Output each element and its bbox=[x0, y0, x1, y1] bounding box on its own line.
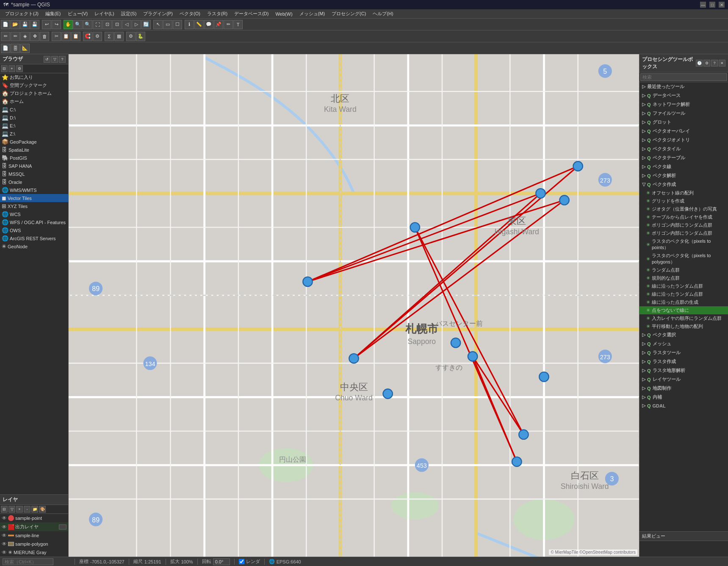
menu-view[interactable]: ビュー(V) bbox=[64, 10, 91, 18]
rp-item-grid[interactable]: ✳ グリッドを作成 bbox=[639, 197, 728, 205]
browser-item-wfs[interactable]: 🌐 WFS / OGC API - Features bbox=[0, 218, 68, 226]
tb-select[interactable]: ↖ bbox=[153, 20, 163, 29]
rp-section-gdal[interactable]: ▷ Q GDAL bbox=[639, 402, 728, 410]
rp-item-random-pts[interactable]: ✳ ランダム点群 bbox=[639, 266, 728, 274]
tb-undo[interactable]: ↩ bbox=[42, 20, 51, 29]
menu-layer[interactable]: レイヤ(L) bbox=[91, 10, 117, 18]
processing-search-input[interactable] bbox=[640, 73, 727, 81]
rp-item-random-polygon2[interactable]: ✳ ポリゴン内部にランダム点群 bbox=[639, 229, 728, 237]
rp-section-rterrain[interactable]: ▷ Q ラスタ地形解析 bbox=[639, 366, 728, 375]
layers-add-btn[interactable]: + bbox=[16, 506, 23, 513]
rp-recent-btn[interactable]: 🕐 bbox=[696, 60, 703, 67]
tb2-move[interactable]: ✥ bbox=[30, 32, 39, 41]
browser-item-spatialite[interactable]: 🗄 SpatiaLite bbox=[0, 146, 68, 154]
layers-remove-btn[interactable]: - bbox=[24, 506, 30, 513]
rp-item-offset-line[interactable]: ✳ オフセット線の配列 bbox=[639, 189, 728, 197]
rp-settings-btn[interactable]: ⚙ bbox=[703, 60, 710, 67]
browser-help-btn[interactable]: ? bbox=[59, 56, 66, 63]
browser-filter-btn[interactable]: ▽ bbox=[51, 56, 58, 63]
menu-mesh[interactable]: メッシュ(M) bbox=[296, 10, 329, 18]
tb2-delete[interactable]: 🗑 bbox=[40, 32, 49, 41]
maximize-button[interactable]: □ bbox=[709, 2, 715, 8]
tb2-snapping[interactable]: 🧲 bbox=[83, 32, 92, 41]
rp-section-recent[interactable]: ▷ 最近使ったツール bbox=[639, 82, 728, 91]
layers-theme-btn[interactable]: 🎨 bbox=[39, 506, 46, 513]
layer-eye-output-icon[interactable]: 👁 bbox=[2, 524, 7, 530]
menu-settings[interactable]: 設定(S) bbox=[118, 10, 140, 18]
rp-item-pts-to-line[interactable]: ✳ 点をつないで線に bbox=[639, 306, 728, 314]
rotation-input[interactable] bbox=[213, 558, 230, 565]
tb-deselect[interactable]: ☐ bbox=[173, 20, 182, 29]
browser-item-geonode[interactable]: ✳ GeoNode bbox=[0, 242, 68, 250]
tb-refresh[interactable]: 🔄 bbox=[141, 20, 151, 29]
browser-item-wms[interactable]: 🌐 WMS/WMTS bbox=[0, 186, 68, 194]
rp-section-mesh[interactable]: ▷ Q メッシュ bbox=[639, 339, 728, 348]
tb2-python[interactable]: 🐍 bbox=[136, 32, 145, 41]
rp-item-random-order[interactable]: ✳ 入力レイヤの順序にランダム点群 bbox=[639, 314, 728, 322]
tb2-node[interactable]: ◈ bbox=[20, 32, 30, 41]
tb-label[interactable]: T bbox=[233, 20, 243, 29]
rp-close-btn[interactable]: ✕ bbox=[719, 60, 725, 67]
tb-zoom-full[interactable]: ⛶ bbox=[93, 20, 102, 29]
layer-item-sample-polygon[interactable]: 👁 sample-polygon bbox=[0, 540, 68, 548]
tb3-db[interactable]: 🗄 bbox=[11, 44, 20, 53]
tb2-cut[interactable]: ✂ bbox=[52, 32, 61, 41]
browser-item-xyz[interactable]: ⊞ XYZ Tiles bbox=[0, 202, 68, 210]
render-checkbox[interactable] bbox=[239, 559, 244, 564]
bottom-search-input[interactable] bbox=[3, 558, 53, 565]
tb-spatial-bookmark[interactable]: 📌 bbox=[214, 20, 223, 29]
rp-section-overlay[interactable]: ▷ Q ベクタオーバレイ bbox=[639, 127, 728, 136]
map-area[interactable]: 北区 Kita Ward 東区 Higashi Ward 札幌市 Sapporo… bbox=[69, 54, 639, 557]
menu-plugins[interactable]: プラグイン(P) bbox=[140, 10, 176, 18]
browser-add-btn[interactable]: + bbox=[8, 65, 15, 72]
menu-edit[interactable]: 編集(E) bbox=[42, 10, 64, 18]
menu-processing[interactable]: プロセシング(C) bbox=[328, 10, 369, 18]
tb3-georef[interactable]: 📐 bbox=[20, 44, 30, 53]
tb-new[interactable]: 📄 bbox=[1, 20, 10, 29]
tb-pan[interactable]: ✋ bbox=[64, 20, 73, 29]
rp-item-parallel[interactable]: ✳ 平行移動した地物の配列 bbox=[639, 322, 728, 330]
rp-section-vcreate[interactable]: ▽ Q ベクタ作成 bbox=[639, 180, 728, 189]
layer-item-mierune[interactable]: 👁 ✳ MIERUNE Gray bbox=[0, 548, 68, 557]
rp-item-regular-pts[interactable]: ✳ 規則的な点群 bbox=[639, 274, 728, 282]
rp-item-random-polygon1[interactable]: ✳ ポリゴン内部にランダム点群 bbox=[639, 221, 728, 229]
tb-zoom-sel[interactable]: ⊡ bbox=[112, 20, 122, 29]
tb-zoom-layer[interactable]: ⊡ bbox=[102, 20, 112, 29]
rp-item-raster-to-polygons[interactable]: ✳ ラスタのベクタ化（pixels to polygons） bbox=[639, 252, 728, 266]
menu-help[interactable]: ヘルプ(H) bbox=[369, 10, 396, 18]
tb2-digitize[interactable]: ✏ bbox=[1, 32, 10, 41]
rp-section-rtools[interactable]: ▷ Q ラスタツール bbox=[639, 348, 728, 357]
rp-section-interpolation[interactable]: ▷ Q 内補 bbox=[639, 393, 728, 402]
tb-redo[interactable]: ↪ bbox=[52, 20, 61, 29]
menu-raster[interactable]: ラスタ(R) bbox=[204, 10, 231, 18]
browser-item-e[interactable]: 💻 E:\ bbox=[0, 122, 68, 130]
tb-zoom-prev[interactable]: ◁ bbox=[122, 20, 131, 29]
rp-section-vtile[interactable]: ▷ Q ベクタタイル bbox=[639, 144, 728, 153]
layer-eye-icon[interactable]: 👁 bbox=[2, 515, 7, 521]
tb2-processing[interactable]: ⚙ bbox=[126, 32, 136, 41]
tb2-copy[interactable]: 📋 bbox=[61, 32, 71, 41]
rp-section-layertools[interactable]: ▷ Q レイヤツール bbox=[639, 375, 728, 384]
tb-zoom-in[interactable]: 🔍 bbox=[73, 20, 83, 29]
tb2-paste[interactable]: 📋 bbox=[71, 32, 80, 41]
rp-section-geometry[interactable]: ▷ Q ベクタジオメトリ bbox=[639, 136, 728, 144]
rp-item-raster-to-points[interactable]: ✳ ラスタのベクタ化（pixels to points） bbox=[639, 237, 728, 252]
minimize-button[interactable]: — bbox=[700, 2, 706, 8]
rp-section-network[interactable]: ▷ Q ネットワーク解析 bbox=[639, 100, 728, 109]
browser-item-project-home[interactable]: 🏠 プロジェクトホーム bbox=[0, 89, 68, 97]
rp-section-rcreate[interactable]: ▷ Q ラスタ作成 bbox=[639, 357, 728, 366]
tb-save-as[interactable]: 💾 bbox=[30, 20, 39, 29]
menu-web[interactable]: Web(W) bbox=[272, 11, 296, 17]
browser-item-bookmarks[interactable]: 🔖 空間ブックマーク bbox=[0, 81, 68, 89]
browser-item-favorites[interactable]: ⭐ お気に入り bbox=[0, 73, 68, 81]
rp-section-vanalysis[interactable]: ▷ Q ベクタ解析 bbox=[639, 171, 728, 180]
rp-section-vselect[interactable]: ▷ Q ベクタ選択 bbox=[639, 330, 728, 339]
browser-item-postgis[interactable]: 🐘 PostGIS bbox=[0, 154, 68, 162]
menu-vector[interactable]: ベクタ(O) bbox=[176, 10, 204, 18]
rp-section-vline[interactable]: ▷ Q ベクタ線 bbox=[639, 162, 728, 171]
browser-item-saphana[interactable]: 🗄 SAP HANA bbox=[0, 162, 68, 170]
rp-item-geotagged[interactable]: ✳ ジオタグ（位置像付き）の写真 bbox=[639, 205, 728, 213]
menu-database[interactable]: データベース(D) bbox=[231, 10, 272, 18]
browser-item-ows[interactable]: 🌐 OWS bbox=[0, 226, 68, 234]
layer-eye-line-icon[interactable]: 👁 bbox=[2, 533, 7, 538]
